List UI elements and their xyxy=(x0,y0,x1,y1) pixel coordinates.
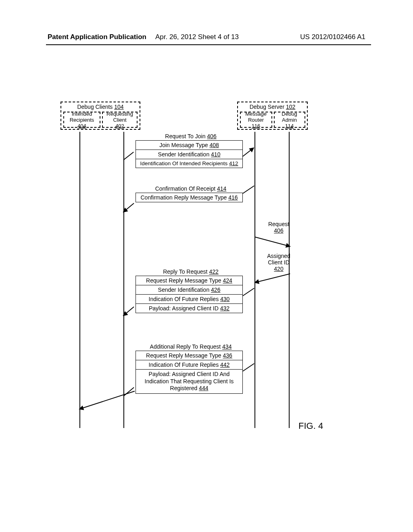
arrow-m4-out xyxy=(242,363,254,372)
msg-confirmation-label: Confirmation Of Receipt 414 xyxy=(125,185,257,192)
lifeline-requesting-client xyxy=(123,132,124,428)
lifeline-intended-recipients xyxy=(79,132,80,428)
debug-server-title: Debug Server 102 xyxy=(250,104,296,110)
arrow-m2-in xyxy=(123,203,134,212)
m4-row-0: Request Reply Message Type 436 xyxy=(136,351,243,360)
arrow-m3-in xyxy=(123,306,134,316)
m3-row-1: Sender Identification 426 xyxy=(136,285,243,295)
lifeline-debug-admin xyxy=(289,132,290,428)
m1-row-2: Identification Of Intended Recipients 41… xyxy=(136,159,243,168)
message-router-box: Message Router 116 xyxy=(240,112,272,128)
m1-row-1: Sender Identification 410 xyxy=(136,150,243,159)
header-right: US 2012/0102466 A1 xyxy=(300,33,365,41)
debug-server-box: Debug Server 102 Message Router 116 Debu… xyxy=(237,102,308,130)
msg-reply-stack: Request Reply Message Type 424 Sender Id… xyxy=(136,276,243,313)
debug-clients-box: Debug Clients 104 Intended Recipients 40… xyxy=(60,102,140,130)
debug-admin-box: Debug Admin 114 xyxy=(274,112,305,128)
intended-recipients-box: Intended Recipients 404 xyxy=(63,112,100,128)
m4-row-2: Payload: Assigned Client ID And Indicati… xyxy=(136,370,243,394)
msg-reply-label: Reply To Request 422 xyxy=(125,268,257,275)
header-left: Patent Application Publication xyxy=(48,33,146,41)
arrow-right-assigned xyxy=(255,273,290,283)
debug-clients-title: Debug Clients 104 xyxy=(77,104,123,110)
msg-request-to-join-stack: Join Message Type 408 Sender Identificat… xyxy=(136,140,243,168)
debug-clients-subrow: Intended Recipients 404 Requesting Clien… xyxy=(62,112,139,129)
m1-row-0: Join Message Type 408 xyxy=(136,140,243,150)
m3-row-0: Request Reply Message Type 424 xyxy=(136,276,243,285)
arrow-m1-in xyxy=(242,148,254,157)
right-request-label: Request 406 xyxy=(259,221,299,234)
arrow-m3-out xyxy=(242,288,254,296)
debug-server-subrow: Message Router 116 Debug Admin 114 xyxy=(238,112,307,129)
sequence-diagram: Debug Clients 104 Intended Recipients 40… xyxy=(63,102,337,428)
m4-row-1: Indication Of Future Replies 442 xyxy=(136,360,243,370)
msg-confirmation-stack: Confirmation Reply Message Type 416 xyxy=(136,193,243,202)
msg-addreply-label: Additional Reply To Request 434 xyxy=(125,343,257,350)
arrow-right-request xyxy=(255,237,290,247)
m3-row-3: Payload: Assigned Client ID 432 xyxy=(136,304,243,313)
figure-label: FIG. 4 xyxy=(298,421,323,431)
m3-row-2: Indication Of Future Replies 430 xyxy=(136,295,243,304)
msg-request-to-join-label: Request To Join 406 xyxy=(125,133,257,139)
msg-addreply-stack: Request Reply Message Type 436 Indicatio… xyxy=(136,351,243,394)
arrow-m4-to-intended xyxy=(79,391,135,409)
m2-row-0: Confirmation Reply Message Type 416 xyxy=(136,193,243,202)
page-header: Patent Application Publication Apr. 26, … xyxy=(0,33,413,44)
arrow-m1-out xyxy=(123,152,133,160)
header-mid: Apr. 26, 2012 Sheet 4 of 13 xyxy=(155,33,239,41)
right-assigned-label: Assigned Client ID 420 xyxy=(259,253,299,272)
requesting-client-box: Requesting Client 402 xyxy=(102,112,138,128)
